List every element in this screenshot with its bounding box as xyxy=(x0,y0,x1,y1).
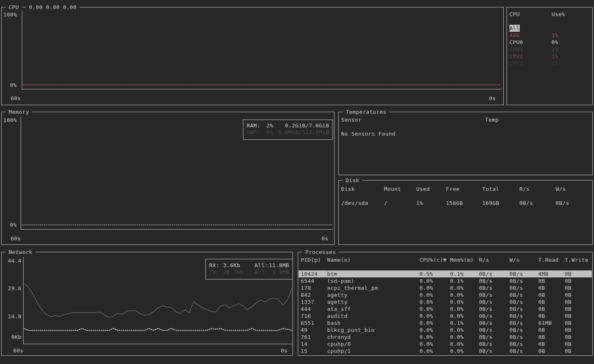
process-row[interactable]: 14 cpuhp/0 0.0% 0.0% 0B/s 0B/s 0B 0B xyxy=(299,341,592,348)
process-row[interactable]: 6551 bash 0.0% 0.1% 0B/s 0B/s 61MB 0B xyxy=(299,319,592,326)
processes-header-pid[interactable]: PID(p) xyxy=(301,256,321,263)
process-cell-name: acpi_thermal_pm xyxy=(327,284,378,291)
disk-rows: /dev/sda / 1% 158GB 169GB 0B/s 0B/s xyxy=(339,200,592,207)
cpu-legend-row[interactable]: CPU3 1% xyxy=(507,60,592,67)
process-cell-pid: 444 xyxy=(301,305,311,312)
process-cell-ws: 0B/s xyxy=(509,319,523,326)
cpu-panel: CPU ─ 0.00 0.00 0.00 100% 0% 60s 0s xyxy=(1,7,504,105)
disk-cell-mount: / xyxy=(384,200,387,207)
process-cell-ws: 0B/s xyxy=(509,305,523,312)
processes-header-ws[interactable]: W/s xyxy=(509,256,520,263)
process-cell-cpu: 0.0% xyxy=(420,341,433,348)
processes-header-row: PID(p) Name(n) CPU%(c)▼ Mem%(m) R/s W/s … xyxy=(298,256,592,263)
process-row[interactable]: 178 acpi_thermal_pm 0.0% 0.0% 0B/s 0B/s … xyxy=(299,284,592,291)
process-cell-cpu: 0.0% xyxy=(420,319,433,326)
process-row[interactable]: 761 chronyd 0.0% 0.0% 0B/s 0B/s 0B 0B xyxy=(299,333,592,341)
cpu-legend-row[interactable]: AVG 1% xyxy=(507,32,592,39)
process-row[interactable]: 1337 agetty 0.0% 0.0% 0B/s 0B/s 0B 0B xyxy=(299,298,592,305)
network-legend-all-value: 11.8MB xyxy=(269,262,289,269)
network-x-right-label: 0s xyxy=(281,347,288,354)
process-row[interactable]: 15 cpuhp/1 0.0% 0.0% 0B/s 0B/s 0B 0B xyxy=(299,348,592,355)
network-legend-rate: 26.7Kb xyxy=(223,269,243,275)
process-row[interactable]: 49 blkcg_punt_bio 0.0% 0.0% 0B/s 0B/s 0B… xyxy=(299,326,592,333)
cpu-legend-row-value: 1% xyxy=(552,60,558,67)
process-cell-ws: 0B/s xyxy=(509,326,523,333)
network-legend-all-label: All: xyxy=(255,269,268,275)
temperatures-empty-message: No Sensors Found xyxy=(341,130,396,137)
processes-header-name[interactable]: Name(n) xyxy=(327,256,351,263)
processes-header-mem[interactable]: Mem%(m) xyxy=(450,256,474,263)
processes-header-tread[interactable]: T.Read xyxy=(538,256,559,263)
cpu-legend-row[interactable]: All xyxy=(507,25,592,32)
cpu-legend-row[interactable]: CPU2 1% xyxy=(507,53,592,60)
process-cell-ws: 0B/s xyxy=(509,312,523,319)
network-y-label-4: 0Kb xyxy=(3,333,21,341)
process-row[interactable]: 6544 (sd-pam) 0.0% 0.1% 0B/s 0B/s 0B 0B xyxy=(299,277,592,284)
process-cell-pid: 1337 xyxy=(301,298,314,305)
process-cell-tread: 0B xyxy=(538,341,545,348)
network-y-label-3: 14.8 xyxy=(3,313,21,320)
process-cell-pid: 15 xyxy=(301,348,307,355)
network-y-axis xyxy=(23,257,24,344)
cpu-legend-header-row: CPU Use% xyxy=(507,11,592,18)
process-cell-name: (sd-pam) xyxy=(327,277,354,284)
process-cell-mem: 0.0% xyxy=(450,298,464,305)
processes-header-rs[interactable]: R/s xyxy=(479,256,489,263)
processes-header-cpu[interactable]: CPU%(c)▼ xyxy=(420,256,447,263)
process-cell-rs: 0B/s xyxy=(479,312,493,319)
process-cell-tread: 0B xyxy=(538,277,545,284)
btm-app-window: CPU ─ 0.00 0.00 0.00 100% 0% 60s 0s CPU … xyxy=(0,0,594,364)
temperatures-header-temp: Temp xyxy=(485,116,499,123)
process-row[interactable]: 842 agetty 0.0% 0.0% 0B/s 0B/s 0B 0B xyxy=(299,291,592,298)
process-cell-mem: 0.0% xyxy=(450,284,464,291)
process-cell-cpu: 0.0% xyxy=(420,305,433,312)
network-panel-title: Network xyxy=(6,249,35,256)
disk-cell-rs: 0B/s xyxy=(519,200,533,207)
process-row[interactable]: 444 ata_sff 0.0% 0.0% 0B/s 0B/s 0B 0B xyxy=(299,305,592,312)
network-y-label-1: 44.4 xyxy=(3,257,21,264)
network-legend-row: RX: 3.6Kb All: 11.8MB xyxy=(206,262,292,269)
process-cell-ws: 0B/s xyxy=(509,270,523,277)
process-cell-rs: 0B/s xyxy=(479,284,493,291)
memory-y-max-label: 100% xyxy=(3,117,17,124)
cpu-legend-header-cpu: CPU xyxy=(509,11,520,18)
disk-header-row: Disk Mount Used Free Total R/s W/s xyxy=(339,186,592,193)
memory-x-left-label: 60s xyxy=(11,235,21,242)
process-cell-tread: 4MB xyxy=(538,270,549,277)
disk-header-ws: W/s xyxy=(556,186,566,193)
disk-panel: Disk Disk Mount Used Free Total R/s W/s … xyxy=(338,180,593,245)
cpu-x-left-label: 60s xyxy=(11,95,21,102)
process-cell-cpu: 0.0% xyxy=(420,298,433,305)
disk-cell-ws: 0B/s xyxy=(556,200,569,207)
disk-row[interactable]: /dev/sda / 1% 158GB 169GB 0B/s 0B/s xyxy=(339,200,592,207)
process-row[interactable]: 716 auditd 0.0% 0.0% 0B/s 0B/s 0B 0B xyxy=(299,312,592,319)
disk-header-mount: Mount xyxy=(384,186,401,193)
cpu-y-axis xyxy=(22,11,22,89)
process-cell-mem: 0.0% xyxy=(450,291,464,298)
process-cell-ws: 0B/s xyxy=(509,341,523,348)
processes-panel-title: Processes xyxy=(302,249,339,256)
process-cell-mem: 0.0% xyxy=(450,348,464,355)
process-row[interactable]: 10424 btm 0.5% 0.1% 0B/s 0B/s 4MB 0B xyxy=(299,270,592,277)
process-cell-cpu: 0.5% xyxy=(420,270,433,277)
process-cell-mem: 0.0% xyxy=(450,333,464,341)
process-cell-twrite: 0B xyxy=(565,284,571,291)
memory-panel-title: Memory xyxy=(6,108,32,115)
process-cell-name: chronyd xyxy=(327,333,351,341)
memory-legend-label: RAM: xyxy=(247,122,260,129)
cpu-legend-row[interactable]: CPU0 0% xyxy=(507,39,592,46)
cpu-legend-row[interactable]: CPU1 1% xyxy=(507,46,592,53)
process-cell-tread: 0B xyxy=(538,298,545,305)
cpu-panel-title: CPU ─ 0.00 0.00 0.00 xyxy=(6,4,80,11)
process-cell-name: blkcg_punt_bio xyxy=(327,326,375,333)
memory-y-min-label: 0% xyxy=(10,221,16,228)
process-cell-cpu: 0.0% xyxy=(420,277,433,284)
processes-header-twrite[interactable]: T.Write xyxy=(565,256,589,263)
process-cell-ws: 0B/s xyxy=(509,333,523,341)
process-cell-pid: 761 xyxy=(301,333,311,341)
process-cell-tread: 61MB xyxy=(538,319,552,326)
memory-legend-percent: 2% xyxy=(266,122,273,129)
process-cell-name: btm xyxy=(327,270,337,277)
processes-rows: 10424 btm 0.5% 0.1% 0B/s 0B/s 4MB 0B 654… xyxy=(299,270,592,355)
cpu-legend-row-label: All xyxy=(509,25,520,32)
